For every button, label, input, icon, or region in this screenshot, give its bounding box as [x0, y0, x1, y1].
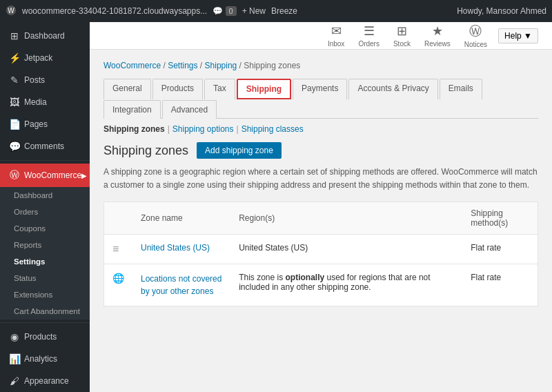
breadcrumb: WooCommerce / Settings / Shipping / Ship… [103, 61, 538, 70]
tab-advanced[interactable]: Advanced [162, 100, 217, 119]
zone-link-other[interactable]: Locations not covered by your other zone… [141, 273, 222, 297]
tab-payments[interactable]: Payments [293, 79, 347, 99]
submenu-label-extensions: Extensions [14, 291, 52, 299]
site-icon: W [6, 5, 17, 18]
sidebar-label-appearance: Appearance [24, 376, 69, 386]
submenu-label-status: Status [14, 274, 37, 282]
breeze-plugin[interactable]: Breeze [271, 6, 297, 16]
sidebar-item-jetpack[interactable]: ⚡ Jetpack [0, 47, 90, 69]
subnav-shipping-classes[interactable]: Shipping classes [241, 124, 304, 134]
submenu-item-orders[interactable]: Orders [0, 204, 90, 220]
submenu-label-coupons: Coupons [14, 224, 46, 233]
submenu-item-coupons[interactable]: Coupons [0, 220, 90, 237]
inbox-label: Inbox [328, 40, 344, 48]
submenu-label-cart: Cart Abandonment [14, 307, 80, 315]
divider-1 [0, 160, 90, 161]
sidebar-item-pages[interactable]: 📄 Pages [0, 113, 90, 135]
help-button[interactable]: Help ▼ [498, 28, 538, 43]
toolbar-icon-reviews[interactable]: ★ Reviews [424, 23, 451, 48]
comments-icon[interactable]: 💬 0 [213, 6, 236, 16]
sidebar-item-appearance[interactable]: 🖌 Appearance [0, 370, 90, 392]
appearance-icon: 🖌 [9, 375, 20, 386]
sidebar-item-analytics[interactable]: 📊 Analytics [0, 348, 90, 370]
sidebar-item-products[interactable]: ◉ Products [0, 326, 90, 348]
reviews-icon: ★ [432, 23, 443, 39]
reviews-label: Reviews [424, 40, 451, 48]
notices-label: Notices [464, 41, 487, 48]
page-wrap: WooCommerce / Settings / Shipping / Ship… [90, 50, 552, 317]
add-shipping-zone-button[interactable]: Add shipping zone [197, 142, 282, 159]
zone-regions-other: This zone is optionally used for regions… [230, 264, 462, 306]
sidebar-label-media: Media [24, 97, 47, 107]
svg-text:W: W [8, 7, 14, 14]
submenu-item-settings[interactable]: Settings [0, 253, 90, 270]
table-row: 🌐 Locations not covered by your other zo… [104, 264, 538, 306]
submenu-item-cart[interactable]: Cart Abandonment [0, 303, 90, 320]
tab-general[interactable]: General [103, 79, 151, 99]
tab-integration[interactable]: Integration [103, 100, 161, 119]
page-title: Shipping zones [103, 144, 188, 158]
sidebar-item-woocommerce[interactable]: Ⓦ WooCommerce ▶ [0, 164, 90, 187]
subnav-shipping-zones[interactable]: Shipping zones [103, 124, 165, 134]
submenu-item-reports[interactable]: Reports [0, 237, 90, 253]
tab-shipping[interactable]: Shipping [237, 79, 291, 99]
toolbar-icons: ✉ Inbox ☰ Orders ⊞ Stock ★ Reviews Ⓦ N [328, 23, 487, 48]
zone-methods-us: Flat rate [462, 235, 538, 264]
submenu-woocommerce: Dashboard Orders Coupons Reports Setting… [0, 187, 90, 320]
regions-prefix: This zone is [239, 273, 285, 282]
tab-accounts-privacy[interactable]: Accounts & Privacy [348, 79, 437, 99]
orders-label: Orders [358, 40, 379, 48]
col-methods: Shipping method(s) [462, 202, 538, 235]
new-button[interactable]: + New [242, 6, 266, 16]
site-name[interactable]: woocommerce-334042-1081872.cloudwaysapps… [22, 6, 207, 16]
submenu-label-settings: Settings [14, 257, 45, 266]
zone-name-us: United States (US) [132, 235, 230, 264]
row-handle-us: ≡ [104, 235, 133, 264]
submenu-label-orders: Orders [14, 208, 38, 216]
tab-emails[interactable]: Emails [440, 79, 482, 99]
col-zone-name: Zone name [132, 202, 230, 235]
zone-link-us[interactable]: United States (US) [141, 243, 210, 253]
breadcrumb-shipping[interactable]: Shipping [205, 61, 237, 70]
breadcrumb-current: Shipping zones [244, 61, 300, 70]
globe-icon: 🌐 [112, 273, 124, 284]
toolbar-icon-inbox[interactable]: ✉ Inbox [328, 23, 344, 48]
wp-wrap: ⊞ Dashboard ⚡ Jetpack ✎ Posts 🖼 Media 📄 … [0, 22, 552, 392]
analytics-icon: 📊 [9, 353, 20, 364]
howdy-user[interactable]: Howdy, Mansoor Ahmed [457, 6, 546, 16]
subnav-sep-1: | [168, 124, 170, 134]
notices-icon: Ⓦ [469, 23, 482, 39]
tab-products[interactable]: Products [152, 79, 203, 99]
sidebar-item-dashboard[interactable]: ⊞ Dashboard [0, 25, 90, 47]
breadcrumb-woocommerce[interactable]: WooCommerce [103, 61, 161, 70]
adminbar-left: W woocommerce-334042-1081872.cloudwaysap… [6, 5, 297, 18]
admin-sidebar: ⊞ Dashboard ⚡ Jetpack ✎ Posts 🖼 Media 📄 … [0, 22, 90, 392]
row-icon-other: 🌐 [104, 264, 133, 306]
sidebar-item-media[interactable]: 🖼 Media [0, 91, 90, 113]
nav-tabs: General Products Tax Shipping Payments A… [103, 79, 538, 119]
submenu-item-status[interactable]: Status [0, 270, 90, 286]
tab-tax[interactable]: Tax [204, 79, 235, 99]
sidebar-label-jetpack: Jetpack [24, 53, 52, 63]
subnav-shipping-options[interactable]: Shipping options [172, 124, 234, 134]
woocommerce-arrow: ▶ [81, 172, 87, 179]
submenu-item-dashboard[interactable]: Dashboard [0, 187, 90, 204]
col-regions: Region(s) [230, 202, 462, 235]
breadcrumb-sep-2: / [200, 61, 205, 70]
toolbar-icon-stock[interactable]: ⊞ Stock [393, 23, 411, 48]
toolbar-icon-notices[interactable]: Ⓦ Notices [464, 23, 487, 48]
toolbar-icon-orders[interactable]: ☰ Orders [358, 23, 379, 48]
sidebar-item-posts[interactable]: ✎ Posts [0, 69, 90, 91]
stock-icon: ⊞ [397, 23, 407, 39]
submenu-label-reports: Reports [14, 241, 41, 249]
sub-nav: Shipping zones | Shipping options | Ship… [103, 124, 538, 134]
breadcrumb-settings[interactable]: Settings [168, 61, 197, 70]
sidebar-item-comments[interactable]: 💬 Comments [0, 135, 90, 157]
sidebar-label-products: Products [24, 332, 57, 342]
drag-handle-icon: ≡ [112, 243, 119, 255]
submenu-item-extensions[interactable]: Extensions [0, 286, 90, 303]
dashboard-icon: ⊞ [9, 30, 20, 41]
comments-menu-icon: 💬 [9, 141, 20, 152]
col-handle [104, 202, 133, 235]
zone-name-other: Locations not covered by your other zone… [132, 264, 230, 306]
